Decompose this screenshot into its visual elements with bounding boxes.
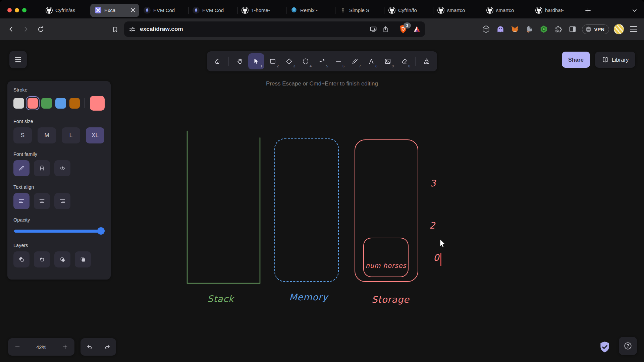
extensions-puzzle-icon[interactable] xyxy=(553,24,563,34)
align-left-button[interactable] xyxy=(13,193,30,209)
current-stroke-color[interactable] xyxy=(90,96,105,111)
redo-button[interactable] xyxy=(100,340,115,354)
align-right-button[interactable] xyxy=(54,193,70,209)
num-horses-shape[interactable]: num horses xyxy=(363,238,409,277)
new-tab-button[interactable] xyxy=(581,5,595,16)
slot-index-3[interactable]: 3 xyxy=(430,178,436,188)
phantom-wallet-icon[interactable] xyxy=(495,24,505,34)
tab-label: Cyfrin/fo xyxy=(398,7,430,13)
rectangle-tool-button[interactable]: 2 xyxy=(265,53,281,69)
font-family-code-button[interactable] xyxy=(54,160,70,176)
align-center-button[interactable] xyxy=(34,193,50,209)
bring-to-front-button[interactable] xyxy=(75,251,91,267)
font-size-l-button[interactable]: L xyxy=(62,127,80,143)
font-family-section-label: Font family xyxy=(13,152,105,157)
tab-search-chevron-icon[interactable] xyxy=(629,8,641,13)
zoom-level[interactable]: 42% xyxy=(36,344,46,350)
stroke-swatch-orange[interactable] xyxy=(69,98,80,109)
close-window-button[interactable] xyxy=(7,8,12,12)
zoom-window-button[interactable] xyxy=(22,8,26,12)
memory-shape[interactable] xyxy=(274,138,339,282)
slot-index-2[interactable]: 2 xyxy=(429,220,435,231)
tab-evm-codes-1[interactable]: EVM Cod xyxy=(139,4,188,17)
hex-extension-icon[interactable] xyxy=(539,24,549,34)
tab-cyfrin-as[interactable]: Cyfrin/as xyxy=(41,4,90,17)
zoom-out-button[interactable] xyxy=(10,340,25,354)
arrow-tool-button[interactable]: 5 xyxy=(314,53,330,69)
stroke-swatch-red-selected[interactable] xyxy=(28,98,38,109)
extensions-cluster: VPN xyxy=(481,24,639,35)
cube-extension-icon[interactable] xyxy=(481,24,491,34)
slot-index-0[interactable]: 0 xyxy=(433,252,439,263)
font-size-m-button[interactable]: M xyxy=(38,127,56,143)
selection-tool-button[interactable]: 1 xyxy=(248,53,264,69)
memory-label[interactable]: Memory xyxy=(289,292,328,302)
app-menu-button[interactable] xyxy=(9,51,27,68)
back-button[interactable] xyxy=(5,23,17,35)
brave-rewards-icon[interactable] xyxy=(413,25,421,33)
undo-button[interactable] xyxy=(82,340,97,354)
stroke-swatch-green[interactable] xyxy=(41,98,52,109)
share-button[interactable]: Share xyxy=(562,52,590,68)
extra-tools-button[interactable] xyxy=(419,53,435,69)
font-family-normal-button[interactable] xyxy=(34,160,50,176)
rabby-wallet-icon[interactable] xyxy=(524,24,534,34)
send-to-back-button[interactable] xyxy=(13,251,30,267)
diamond-tool-button[interactable]: 3 xyxy=(281,53,297,69)
font-family-handdrawn-button[interactable] xyxy=(13,160,30,176)
eraser-tool-button[interactable]: 0 xyxy=(396,53,412,69)
bookmark-icon[interactable] xyxy=(109,23,121,35)
tab-smartcontract-1[interactable]: smartco xyxy=(433,4,482,17)
line-tool-button[interactable]: 6 xyxy=(330,53,346,69)
tab-remix[interactable]: Remix - xyxy=(286,4,335,17)
zoom-in-button[interactable] xyxy=(58,340,72,354)
metamask-icon[interactable] xyxy=(510,24,520,34)
close-tab-icon[interactable] xyxy=(130,7,136,13)
font-size-xl-button[interactable]: XL xyxy=(86,127,104,143)
stroke-swatch-blue[interactable] xyxy=(55,98,66,109)
tab-hardhat[interactable]: hardhat- xyxy=(531,4,580,17)
tab-simple-storage[interactable]: Simple S xyxy=(335,4,384,17)
stack-shape[interactable] xyxy=(183,130,265,285)
profile-avatar[interactable] xyxy=(613,24,624,35)
opacity-slider[interactable] xyxy=(14,227,104,235)
forward-button[interactable] xyxy=(20,23,32,35)
ellipse-tool-button[interactable]: 4 xyxy=(298,53,314,69)
lock-tool-button[interactable] xyxy=(209,53,225,69)
browser-toolbar: excalidraw.com 3 VPN xyxy=(0,18,644,40)
font-size-s-button[interactable]: S xyxy=(13,127,32,143)
draw-tool-button[interactable]: 7 xyxy=(347,53,363,69)
minimize-window-button[interactable] xyxy=(15,8,19,12)
opacity-track[interactable] xyxy=(14,230,104,233)
encryption-shield-icon[interactable] xyxy=(599,341,610,354)
browser-menu-icon[interactable] xyxy=(629,24,639,34)
help-button[interactable] xyxy=(619,337,637,355)
send-backward-button[interactable] xyxy=(34,251,50,267)
tab-excalidraw-active[interactable]: Exca xyxy=(90,4,139,17)
opacity-knob[interactable] xyxy=(97,227,105,235)
address-bar[interactable]: excalidraw.com 3 xyxy=(124,21,425,37)
tab-smartcontract-2[interactable]: smartco xyxy=(482,4,531,17)
brave-shield-icon[interactable]: 3 xyxy=(399,24,408,34)
site-settings-icon[interactable] xyxy=(129,26,136,33)
library-button[interactable]: Library xyxy=(595,52,635,68)
tab-1-horse[interactable]: 1-horse- xyxy=(237,4,286,17)
install-app-icon[interactable] xyxy=(369,25,377,33)
stack-label[interactable]: Stack xyxy=(207,294,234,304)
num-horses-text[interactable]: num horses xyxy=(366,262,407,269)
tab-cyfrin-foundry[interactable]: Cyfrin/fo xyxy=(384,4,433,17)
tab-label: EVM Cod xyxy=(202,7,234,13)
storage-label[interactable]: Storage xyxy=(372,294,410,305)
stroke-swatch-gray[interactable] xyxy=(13,98,24,109)
hand-tool-button[interactable] xyxy=(232,53,248,69)
sidebar-toggle-icon[interactable] xyxy=(568,24,578,34)
text-tool-button[interactable]: 8 xyxy=(363,53,379,69)
github-icon xyxy=(241,7,249,14)
url-text[interactable]: excalidraw.com xyxy=(140,26,183,33)
vpn-button[interactable]: VPN xyxy=(582,24,609,34)
image-tool-button[interactable]: 9 xyxy=(380,53,396,69)
bring-forward-button[interactable] xyxy=(54,251,70,267)
share-page-icon[interactable] xyxy=(382,26,389,33)
reload-button[interactable] xyxy=(35,23,46,35)
tab-evm-codes-2[interactable]: EVM Cod xyxy=(188,4,237,17)
